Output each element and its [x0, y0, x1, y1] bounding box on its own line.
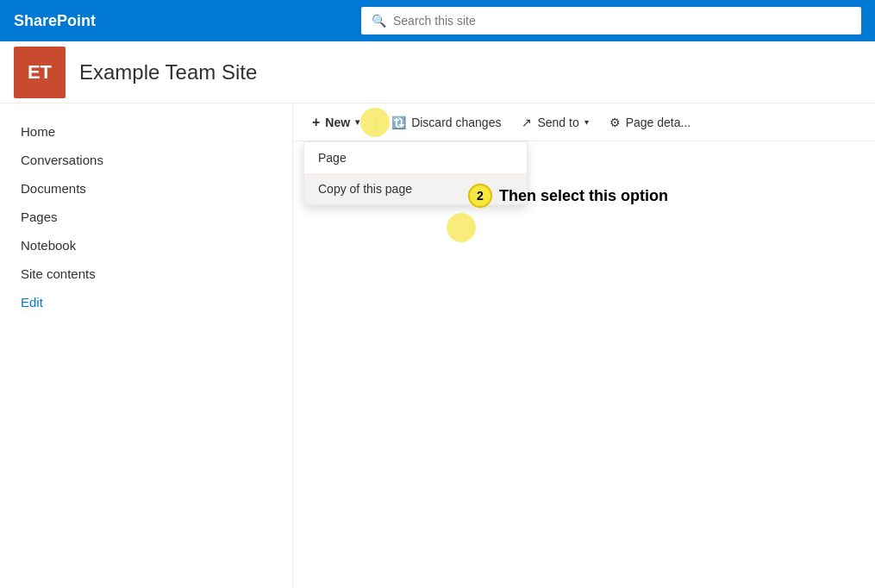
copy-page-highlight — [447, 213, 476, 242]
site-logo: ET — [14, 47, 66, 98]
search-input[interactable] — [393, 14, 851, 28]
discard-icon: 🔃 — [391, 116, 406, 129]
brand-logo[interactable]: SharePoint — [14, 12, 96, 30]
chevron-down-icon: ▾ — [355, 117, 359, 127]
dropdown-item-page[interactable]: Page — [304, 142, 527, 173]
sidebar-item-home[interactable]: Home — [0, 117, 292, 146]
send-to-button[interactable]: ↗ Send to ▾ — [513, 112, 597, 133]
new-label: New — [325, 116, 350, 129]
discard-changes-button[interactable]: 🔃 Discard changes — [383, 112, 509, 133]
search-icon: 🔍 — [372, 14, 386, 28]
dropdown-item-copy-page[interactable]: Copy of this page — [304, 173, 527, 204]
sidebar-item-conversations[interactable]: Conversations — [0, 146, 292, 174]
site-header: ET Example Team Site — [0, 41, 875, 103]
sidebar-item-pages[interactable]: Pages — [0, 203, 292, 231]
site-title: Example Team Site — [79, 60, 257, 84]
sidebar: Home Conversations Documents Pages Noteb… — [0, 103, 293, 588]
main-layout: Home Conversations Documents Pages Noteb… — [0, 103, 875, 588]
gear-icon: ⚙ — [609, 116, 621, 129]
new-dropdown-menu: Page Copy of this page 2 Then select thi… — [303, 141, 528, 205]
sidebar-item-edit[interactable]: Edit — [0, 288, 292, 316]
page-details-button[interactable]: ⚙ Page deta... — [601, 112, 700, 133]
new-button-highlight — [360, 108, 390, 137]
page-details-label: Page deta... — [626, 116, 691, 129]
new-button[interactable]: + New ▾ — [303, 111, 368, 134]
search-box[interactable]: 🔍 — [361, 7, 861, 34]
sidebar-item-site-contents[interactable]: Site contents — [0, 260, 292, 288]
discard-label: Discard changes — [411, 116, 501, 129]
sidebar-item-notebook[interactable]: Notebook — [0, 231, 292, 260]
send-to-label: Send to — [537, 116, 578, 129]
content-area: + New ▾ 🔃 Discard changes ↗ Send to ▾ ⚙ … — [293, 103, 875, 588]
plus-icon: + — [312, 115, 320, 130]
sidebar-item-documents[interactable]: Documents — [0, 174, 292, 203]
send-chevron-icon: ▾ — [584, 117, 589, 127]
command-bar: + New ▾ 🔃 Discard changes ↗ Send to ▾ ⚙ … — [293, 103, 875, 141]
top-bar: SharePoint 🔍 — [0, 0, 875, 41]
send-icon: ↗ — [522, 116, 532, 129]
